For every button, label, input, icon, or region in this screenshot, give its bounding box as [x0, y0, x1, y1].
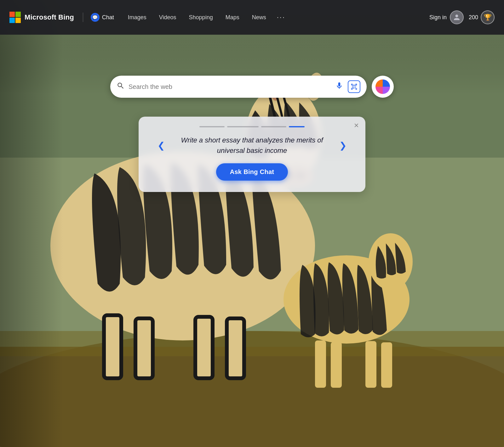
nav-item-images[interactable]: Images: [122, 12, 152, 23]
prompt-text: Write a short essay that analyzes the me…: [170, 135, 334, 156]
chat-label: Chat: [102, 14, 114, 21]
nav-more-button[interactable]: ···: [273, 11, 289, 24]
microsoft-logo: [9, 12, 21, 23]
prompt-card: ✕ ❮ Write a short essay that analyzes th…: [139, 117, 365, 192]
logo-square-blue: [9, 18, 15, 23]
points-display: 200 🏆: [469, 10, 495, 24]
ask-bing-chat-button[interactable]: Ask Bing Chat: [216, 163, 288, 181]
progress-dot-2: [227, 126, 259, 127]
logo-square-yellow: [15, 18, 21, 23]
logo-square-green: [15, 12, 21, 17]
copilot-icon: [375, 79, 390, 94]
logo-area[interactable]: Microsoft Bing: [9, 12, 74, 23]
nav-item-news[interactable]: News: [246, 12, 272, 23]
prompt-nav: ❮ Write a short essay that analyzes the …: [154, 135, 350, 156]
search-input[interactable]: [129, 83, 331, 90]
search-container: [110, 76, 394, 98]
search-actions: [335, 80, 360, 93]
nav-items: Images Videos Shopping Maps News ···: [122, 11, 289, 24]
brand-name: Microsoft Bing: [25, 13, 74, 21]
nav-item-videos[interactable]: Videos: [153, 12, 182, 23]
sign-in-button[interactable]: Sign in: [429, 10, 464, 24]
search-bar[interactable]: [110, 76, 367, 98]
prev-prompt-button[interactable]: ❮: [154, 140, 168, 151]
nav-right: Sign in 200 🏆: [429, 10, 495, 24]
visual-search-button[interactable]: [348, 80, 360, 93]
progress-dot-3: [261, 126, 286, 127]
microphone-button[interactable]: [335, 82, 343, 92]
nav-divider: [83, 13, 83, 22]
nav-item-maps[interactable]: Maps: [220, 12, 245, 23]
user-avatar: [450, 10, 464, 24]
nav-item-chat[interactable]: 💬 Chat: [86, 10, 119, 24]
copilot-button[interactable]: [372, 76, 394, 98]
hero-section: ✕ ❮ Write a short essay that analyzes th…: [0, 35, 504, 447]
navbar: Microsoft Bing 💬 Chat Images Videos Shop…: [0, 0, 504, 35]
nav-item-shopping[interactable]: Shopping: [183, 12, 219, 23]
trophy-icon[interactable]: 🏆: [481, 10, 495, 24]
points-value: 200: [469, 14, 478, 21]
search-icon: [117, 82, 125, 92]
logo-square-red: [9, 12, 15, 17]
sign-in-label: Sign in: [429, 14, 447, 21]
progress-dot-4: [289, 126, 305, 127]
close-button[interactable]: ✕: [354, 122, 359, 129]
chat-icon: 💬: [91, 13, 100, 22]
progress-indicators: [154, 126, 350, 127]
progress-dot-1: [199, 126, 225, 127]
next-prompt-button[interactable]: ❯: [336, 140, 350, 151]
